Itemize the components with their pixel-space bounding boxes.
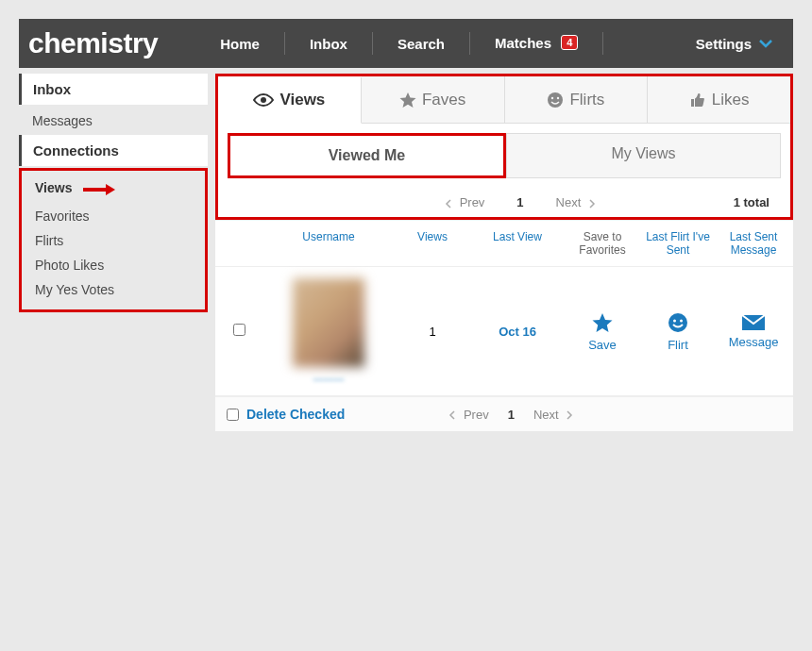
tab-faves[interactable]: Faves (362, 76, 505, 123)
th-last-view[interactable]: Last View (470, 230, 565, 257)
username-blurred: ——— (262, 373, 395, 384)
subtabs: Viewed Me My Views (218, 124, 790, 188)
body: Inbox Messages Connections Views Favorit… (19, 74, 793, 431)
tabs: Views Faves Flirts (218, 76, 790, 124)
tab-label: Likes (712, 91, 750, 109)
sidebar-item-my-yes-votes[interactable]: My Yes Votes (22, 277, 205, 302)
svg-point-4 (557, 96, 559, 98)
flirt-label: Flirt (668, 338, 688, 352)
delete-checked-link[interactable]: Delete Checked (246, 407, 345, 422)
pager-prev-label: Prev (464, 408, 489, 422)
pager-prev-label: Prev (460, 195, 485, 209)
tab-label: Flirts (569, 91, 604, 109)
sidebar-item-messages[interactable]: Messages (19, 107, 208, 135)
svg-point-3 (551, 96, 553, 98)
tab-likes[interactable]: Likes (648, 76, 790, 123)
cell-last-view: Oct 16 (470, 325, 565, 339)
svg-point-6 (673, 319, 676, 322)
th-views[interactable]: Views (395, 230, 470, 257)
nav-matches[interactable]: Matches 4 (470, 35, 602, 52)
svg-point-5 (668, 313, 687, 332)
save-action[interactable]: Save (565, 311, 640, 352)
message-label: Message (729, 335, 779, 349)
th-checkbox (215, 230, 262, 257)
avatar (293, 278, 364, 367)
pager-next-label: Next (556, 195, 582, 209)
subtab-my-views[interactable]: My Views (506, 133, 781, 178)
thumbs-up-icon (689, 92, 706, 108)
pager-top: Prev 1 Next 1 total (218, 188, 790, 217)
cell-user[interactable]: ——— (262, 278, 395, 384)
nav-settings[interactable]: Settings (671, 36, 782, 52)
sidebar-item-views[interactable]: Views (22, 175, 205, 204)
tab-label: Faves (422, 91, 465, 109)
save-label: Save (588, 338, 617, 352)
cell-views: 1 (395, 325, 470, 339)
nav-matches-label: Matches (495, 35, 551, 51)
eye-icon (253, 92, 274, 108)
nav-items: Home Inbox Search Matches 4 Settings (195, 32, 782, 55)
pager-page-bottom: 1 (489, 408, 533, 422)
subtab-viewed-me[interactable]: Viewed Me (228, 133, 506, 178)
sidebar-connections-box: Views Favorites Flirts Photo Likes My Ye… (19, 168, 208, 312)
highlighted-top-area: Views Faves Flirts (215, 74, 793, 220)
flirt-action[interactable]: Flirt (640, 311, 716, 352)
chevron-down-icon (759, 39, 772, 48)
envelope-icon (741, 314, 766, 331)
star-icon (591, 311, 614, 334)
sidebar: Inbox Messages Connections Views Favorit… (19, 74, 208, 431)
svg-point-2 (548, 92, 563, 108)
tab-flirts[interactable]: Flirts (505, 76, 649, 123)
svg-point-7 (680, 319, 683, 322)
tab-label: Views (279, 91, 325, 109)
table-row: ——— 1 Oct 16 Save (215, 267, 793, 396)
message-action[interactable]: Message (716, 314, 791, 349)
sidebar-item-flirts[interactable]: Flirts (22, 228, 205, 253)
sidebar-item-favorites[interactable]: Favorites (22, 204, 205, 228)
nav-settings-label: Settings (696, 36, 752, 52)
pager-next-bottom[interactable]: Next (533, 408, 573, 422)
results-table: Username Views Last View Save to Favorit… (215, 220, 793, 431)
nav-search[interactable]: Search (373, 36, 469, 52)
pager-prev-bottom[interactable]: Prev (448, 408, 488, 422)
th-username[interactable]: Username (262, 230, 395, 257)
th-last-sent-msg[interactable]: Last Sent Message (716, 230, 791, 257)
pager-page: 1 (498, 195, 542, 209)
select-all-checkbox[interactable] (227, 409, 239, 421)
top-nav: chemistry Home Inbox Search Matches 4 Se… (19, 19, 793, 68)
sidebar-item-photo-likes[interactable]: Photo Likes (22, 253, 205, 277)
sidebar-connections-header[interactable]: Connections (19, 135, 208, 166)
cell-last-view-value: Oct 16 (499, 325, 536, 339)
matches-badge: 4 (561, 35, 578, 50)
svg-point-1 (261, 97, 266, 103)
smile-icon (547, 92, 564, 108)
pager-next-label: Next (533, 408, 559, 422)
nav-home[interactable]: Home (195, 36, 284, 52)
pager-next[interactable]: Next (543, 195, 609, 209)
pager-prev[interactable]: Prev (431, 195, 498, 209)
th-last-flirt[interactable]: Last Flirt I've Sent (640, 230, 716, 257)
arrow-right-icon (83, 179, 117, 199)
star-icon (399, 92, 416, 108)
table-header: Username Views Last View Save to Favorit… (215, 220, 793, 267)
nav-inbox[interactable]: Inbox (285, 36, 372, 52)
sidebar-item-label: Views (35, 180, 72, 195)
sidebar-inbox-header[interactable]: Inbox (19, 74, 208, 105)
table-footer: Delete Checked Prev 1 Next (215, 396, 793, 431)
nav-divider (602, 32, 603, 55)
row-checkbox[interactable] (233, 324, 245, 336)
app-root: chemistry Home Inbox Search Matches 4 Se… (19, 19, 793, 431)
pager-total: 1 total (734, 195, 775, 209)
tab-views[interactable]: Views (218, 77, 362, 124)
smile-icon (667, 311, 689, 334)
brand-logo: chemistry (28, 27, 195, 59)
th-save-favorites: Save to Favorites (565, 230, 640, 257)
main-panel: Views Faves Flirts (215, 74, 793, 431)
